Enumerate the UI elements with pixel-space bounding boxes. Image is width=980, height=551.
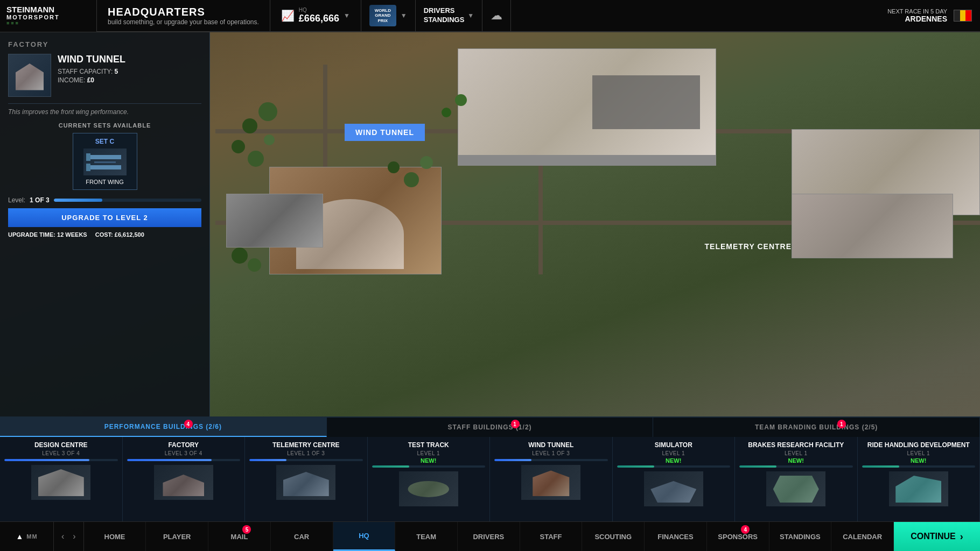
building-bar-telemetry [249,459,363,461]
nav-item-drivers[interactable]: Drivers [458,522,520,551]
building-card-wind-tunnel[interactable]: Wind Tunnel LEVEL 1 OF 3 [490,437,613,521]
building-level-brakes: LEVEL 1 [785,450,808,456]
nav-item-team[interactable]: Team [395,522,458,551]
wing-connector [94,161,116,163]
world-area[interactable]: WORLDGRANDPRIX ▼ [361,0,416,31]
building-bar-fill-simulator [617,465,654,468]
set-card[interactable]: SET C FRONT WING [73,133,137,190]
building-card-telemetry[interactable]: Telemetry Centre LEVEL 1 OF 3 [245,437,368,521]
continue-button[interactable]: Continue › [894,522,980,551]
building-img-ride [889,471,948,506]
building-card-design-centre[interactable]: Design Centre LEVEL 3 OF 4 [0,437,123,521]
flag-belgium [954,10,972,22]
level-text: Level: [8,196,25,204]
nav-item-home[interactable]: Home [84,522,146,551]
nav-logo: ▲ MM [0,522,54,551]
tab-staff-buildings[interactable]: STAFF BUILDINGS (1/2) 1 [327,418,654,437]
building-new-brakes: NEW! [788,457,804,464]
building-card-ride-handling[interactable]: Ride Handling Development LEVEL 1 NEW! [858,437,981,521]
chevron-down-icon[interactable]: ▼ [344,12,350,19]
building-img-brakes [766,471,825,506]
telemetry-map-label[interactable]: TELEMETRY CENTRE [705,242,792,251]
nav-item-staff[interactable]: Staff [520,522,583,551]
building-img-design [31,465,90,500]
hq-money-area[interactable]: 📈 HQ £666,666 ▼ [270,0,361,31]
building-name-brakes: Brakes Research Facility [748,441,844,449]
next-race-area: NEXT RACE IN 5 DAY ARDENNES [879,8,980,23]
building-bar-design [4,459,118,461]
nav-prev-arrow[interactable]: ‹ [58,529,67,543]
building-level-design: LEVEL 3 OF 4 [42,450,80,456]
building-bar-ride [862,465,976,468]
building-title: WIND TUNNEL [58,54,125,65]
building-new-testtrack: NEW! [421,457,436,464]
nav-item-player[interactable]: Player [146,522,208,551]
building-shape-brakes [773,476,819,503]
level-line: Level: 1 OF 3 [8,196,201,204]
building-card-simulator[interactable]: Simulator LEVEL 1 NEW! [613,437,736,521]
cloud-icon: ☁ [491,9,502,23]
next-race-text: NEXT RACE IN 5 DAY [887,8,947,15]
topbar: STEINMANN MOTORSPORT ≡≡≡ HEADQUARTERS bu… [0,0,980,32]
level-fill [54,199,103,202]
building-card-brakes[interactable]: Brakes Research Facility LEVEL 1 NEW! [735,437,858,521]
chevron-down-icon-world[interactable]: ▼ [401,12,407,19]
upgrade-cost: COST: £6,612,500 [95,231,144,238]
building-bar-fill-ride [862,465,899,468]
nav-next-arrow[interactable]: › [69,529,79,543]
building-shape-simulator [650,476,696,503]
sets-title: CURRENT SETS AVAILABLE [8,122,201,129]
buildings-bar: PERFORMANCE BUILDINGS (2/6) 4 STAFF BUIL… [0,416,980,521]
building-img-testtrack [399,471,458,506]
nav-item-car[interactable]: Car [271,522,333,551]
chevron-down-icon-drivers[interactable]: ▼ [467,12,474,19]
drivers-standings-area[interactable]: DRIVERS STANDINGS ▼ [416,0,483,31]
logo-text: STEINMANN MOTORSPORT [6,5,60,21]
building-bar-testtrack [372,465,486,468]
nav-item-standings[interactable]: Standings [769,522,832,551]
weather-area: ☁ [482,0,511,31]
building-name-testtrack: Test Track [408,441,449,449]
upgrade-button[interactable]: UPGRADE TO LEVEL 2 [8,208,201,227]
logo-area: STEINMANN MOTORSPORT ≡≡≡ [0,0,97,32]
performance-badge: 4 [184,420,193,428]
building-name-design: Design Centre [34,441,88,449]
wind-tunnel-map-label[interactable]: WIND TUNNEL [345,124,425,141]
nav-item-finances[interactable]: Finances [645,522,707,551]
set-card-title: SET C [78,138,132,145]
building-bar-fill-testtrack [372,465,409,468]
bottom-navigation: ▲ MM ‹ › Home Player Mail 5 Car HQ Team … [0,521,980,551]
building-img-telemetry [276,465,335,500]
set-card-label: FRONT WING [78,179,132,185]
building-bar-factory [127,459,241,461]
building-bar-fill-brakes [739,465,776,468]
building-img-simulator [644,471,703,506]
building-name-factory: Factory [168,441,199,449]
tab-branding-buildings[interactable]: TEAM BRANDING BUILDINGS (2/5) 1 [653,418,980,437]
building-bar-fill-design [4,459,89,461]
income-line: INCOME: £0 [58,76,125,84]
nav-item-hq[interactable]: HQ [333,522,396,551]
set-card-icon [83,149,127,175]
income-val: £0 [87,76,94,84]
nav-item-sponsors[interactable]: Sponsors 4 [707,522,769,551]
building-bar-simulator [617,465,731,468]
nav-item-scouting[interactable]: Scouting [582,522,645,551]
mail-badge: 5 [242,525,251,534]
building-shape-windtunnel [528,469,574,496]
nav-item-calendar[interactable]: Calendar [831,522,894,551]
staff-capacity-line: STAFF CAPACITY: 5 [58,68,125,75]
building-icon-box [8,54,51,97]
drivers-standings-label: DRIVERS STANDINGS [424,6,465,25]
building-new-simulator: NEW! [666,457,681,464]
upgrade-time: UPGRADE TIME: 12 WEEKS [8,231,87,238]
wing-shape-bottom [89,165,121,169]
world-icon: WORLDGRANDPRIX [369,5,396,26]
building-card-test-track[interactable]: Test Track LEVEL 1 NEW! [368,437,491,521]
building-level-simulator: LEVEL 1 [662,450,685,456]
building-level-factory: LEVEL 3 OF 4 [165,450,202,456]
building-card-factory[interactable]: Factory LEVEL 3 OF 4 [123,437,246,521]
nav-item-mail[interactable]: Mail 5 [208,522,271,551]
tab-performance-buildings[interactable]: PERFORMANCE BUILDINGS (2/6) 4 [0,418,327,437]
upgrade-details: UPGRADE TIME: 12 WEEKS COST: £6,612,500 [8,231,201,238]
